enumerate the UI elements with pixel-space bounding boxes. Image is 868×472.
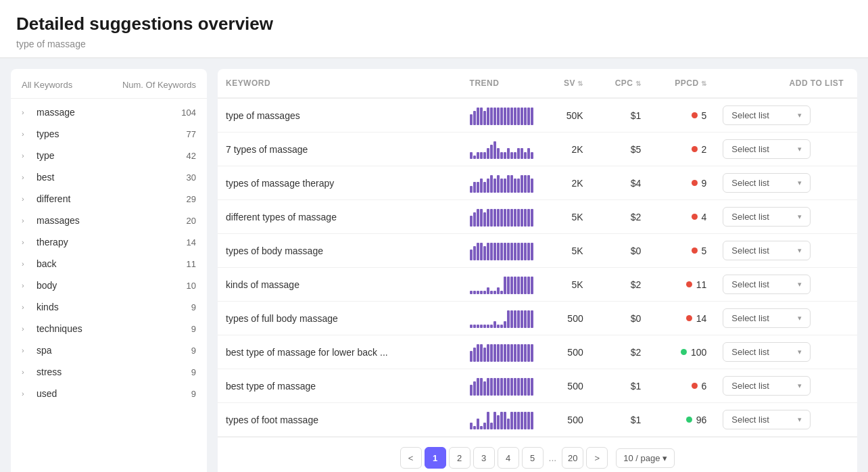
sidebar-item[interactable]: › different 29 bbox=[11, 188, 207, 210]
page-button-4[interactable]: 4 bbox=[498, 447, 519, 469]
select-list-button[interactable]: Select list ▾ bbox=[723, 105, 811, 125]
trend-bar bbox=[470, 186, 473, 193]
trend-bar bbox=[470, 351, 473, 362]
trend-bar bbox=[504, 179, 506, 193]
ppcd-value: 2 bbox=[657, 144, 706, 155]
sidebar-item[interactable]: › type 42 bbox=[11, 145, 207, 166]
trend-bar bbox=[487, 148, 489, 159]
action-cell: Select list ▾ bbox=[715, 335, 857, 369]
sidebar-item-count: 9 bbox=[191, 367, 196, 377]
action-cell: Select list ▾ bbox=[715, 234, 857, 268]
select-list-button[interactable]: Select list ▾ bbox=[723, 410, 811, 429]
trend-bar bbox=[514, 152, 516, 159]
sidebar-item[interactable]: › body 10 bbox=[11, 275, 207, 296]
page-button-5[interactable]: 5 bbox=[522, 447, 544, 469]
last-page-button[interactable]: 20 bbox=[562, 447, 583, 469]
select-list-button[interactable]: Select list ▾ bbox=[723, 173, 811, 193]
trend-cell bbox=[462, 335, 543, 369]
sidebar-items-container: › massage 104 › types 77 › type 42 › bes… bbox=[11, 101, 207, 404]
trend-bar bbox=[483, 348, 486, 362]
sidebar-item[interactable]: › spa 9 bbox=[11, 339, 207, 361]
select-list-button[interactable]: Select list ▾ bbox=[723, 342, 811, 362]
select-list-button[interactable]: Select list ▾ bbox=[723, 207, 811, 227]
chevron-right-icon: › bbox=[22, 302, 31, 312]
select-list-button[interactable]: Select list ▾ bbox=[723, 376, 811, 396]
sidebar-item[interactable]: › types 77 bbox=[11, 123, 207, 145]
trend-bar bbox=[507, 175, 510, 193]
col-sv[interactable]: SV bbox=[543, 69, 592, 98]
trend-bar bbox=[507, 108, 510, 125]
trend-bar bbox=[500, 209, 503, 227]
sidebar-item[interactable]: › stress 9 bbox=[11, 361, 207, 383]
trend-bar bbox=[531, 277, 533, 294]
trend-bar bbox=[473, 381, 476, 396]
sidebar-item[interactable]: › used 9 bbox=[11, 383, 207, 404]
page-button-1[interactable]: 1 bbox=[425, 447, 446, 469]
sidebar-item[interactable]: › techniques 9 bbox=[11, 318, 207, 339]
col-ppcd[interactable]: PPCD bbox=[649, 69, 715, 98]
trend-bar bbox=[531, 344, 533, 362]
col-trend: TREND bbox=[462, 69, 543, 98]
select-list-button[interactable]: Select list ▾ bbox=[723, 308, 811, 328]
cpc-cell: $2 bbox=[592, 335, 650, 369]
sidebar-item[interactable]: › massages 20 bbox=[11, 210, 207, 231]
per-page-selector[interactable]: 10 / page ▾ bbox=[616, 448, 675, 468]
page-button-3[interactable]: 3 bbox=[473, 447, 495, 469]
trend-bar bbox=[483, 212, 486, 227]
sidebar-item[interactable]: › kinds 9 bbox=[11, 296, 207, 318]
page-wrapper: Detailed suggestions overview type of ma… bbox=[0, 0, 868, 472]
select-list-label: Select list bbox=[731, 144, 769, 154]
select-list-button[interactable]: Select list ▾ bbox=[723, 139, 811, 159]
select-list-label: Select list bbox=[731, 347, 769, 357]
trend-bar bbox=[487, 243, 489, 260]
trend-bar bbox=[487, 209, 489, 227]
select-list-chevron: ▾ bbox=[798, 314, 802, 323]
prev-page-button[interactable]: < bbox=[400, 447, 422, 469]
sidebar-item[interactable]: › massage 104 bbox=[11, 101, 207, 123]
trend-bar bbox=[524, 209, 527, 227]
sv-cell: 500 bbox=[543, 335, 592, 369]
chevron-right-icon: › bbox=[22, 151, 31, 160]
trend-bar bbox=[517, 243, 520, 260]
keyword-cell: types of full body massage bbox=[218, 302, 462, 335]
table-row: different types of massage 5K $2 4 Selec… bbox=[218, 200, 857, 234]
ppcd-cell: 6 bbox=[649, 369, 715, 403]
select-list-button[interactable]: Select list ▾ bbox=[723, 275, 811, 294]
trend-bar bbox=[477, 243, 479, 260]
sv-cell: 5K bbox=[543, 234, 592, 268]
trend-bar bbox=[493, 378, 496, 396]
page-buttons: 12345 bbox=[425, 447, 544, 469]
sidebar-item-label: different bbox=[37, 193, 187, 204]
trend-bar bbox=[473, 291, 476, 294]
trend-bar bbox=[493, 412, 496, 429]
trend-bar bbox=[493, 209, 496, 227]
trend-bar bbox=[517, 310, 520, 328]
select-list-chevron: ▾ bbox=[798, 381, 802, 390]
action-cell: Select list ▾ bbox=[715, 200, 857, 234]
chevron-right-icon: › bbox=[22, 108, 31, 117]
trend-bar bbox=[531, 209, 533, 227]
trend-bar bbox=[510, 378, 513, 396]
ppcd-value: 4 bbox=[657, 212, 706, 222]
col-cpc[interactable]: CPC bbox=[592, 69, 650, 98]
next-page-button[interactable]: > bbox=[586, 447, 608, 469]
sidebar-item[interactable]: › back 11 bbox=[11, 253, 207, 275]
sidebar-item-count: 9 bbox=[191, 346, 196, 356]
trend-bar bbox=[493, 108, 496, 125]
trend-bar bbox=[521, 108, 523, 125]
trend-bar bbox=[521, 243, 523, 260]
trend-bar bbox=[524, 277, 527, 294]
keyword-cell: best type of massage bbox=[218, 369, 462, 403]
sidebar-item[interactable]: › best 30 bbox=[11, 166, 207, 188]
sidebar-item-label: therapy bbox=[37, 237, 187, 247]
ppcd-cell: 100 bbox=[649, 335, 715, 369]
select-list-chevron: ▾ bbox=[798, 415, 802, 424]
trend-bar bbox=[510, 344, 513, 362]
action-cell: Select list ▾ bbox=[715, 302, 857, 335]
trend-bar bbox=[497, 378, 500, 396]
sidebar-item[interactable]: › therapy 14 bbox=[11, 231, 207, 253]
select-list-button[interactable]: Select list ▾ bbox=[723, 241, 811, 260]
trend-bars bbox=[470, 377, 535, 396]
ppcd-cell: 5 bbox=[649, 98, 715, 133]
page-button-2[interactable]: 2 bbox=[449, 447, 471, 469]
